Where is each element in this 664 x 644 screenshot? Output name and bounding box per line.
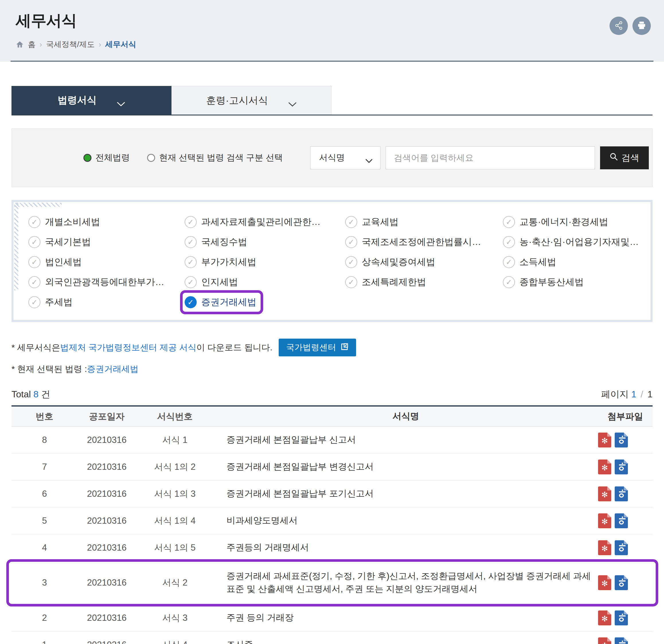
law-checkbox-item[interactable]: ✓소득세법 bbox=[503, 256, 556, 269]
search-scope-radio-group: 전체법령 현재 선택된 법령 검색 구분 선택 bbox=[83, 152, 283, 164]
law-checkbox-item[interactable]: ✓국세징수법 bbox=[185, 236, 247, 249]
law-checkbox-item[interactable]: ✓국제조세조정에관한법률시… bbox=[345, 236, 481, 249]
pdf-file-icon[interactable]: ✻ bbox=[598, 638, 611, 644]
check-circle-icon: ✓ bbox=[185, 276, 197, 288]
law-checkbox-item[interactable]: ✓부가가치세법 bbox=[185, 256, 256, 269]
radio-current-law[interactable]: 현재 선택된 법령 검색 구분 선택 bbox=[147, 152, 283, 164]
cell-attachments: ✻ bbox=[598, 487, 652, 501]
page-current[interactable]: 1 bbox=[631, 389, 637, 399]
print-icon bbox=[637, 20, 647, 31]
breadcrumb: 홈 › 국세정책/제도 › 세무서식 bbox=[16, 39, 652, 49]
forms-table: 번호 공포일자 서식번호 서식명 첨부파일 820210316서식 1증권거래세… bbox=[12, 405, 652, 644]
total-count-value: 8 bbox=[33, 389, 38, 399]
law-checkbox-item[interactable]: ✓외국인관광객등에대한부가… bbox=[28, 276, 164, 288]
law-checkbox-item[interactable]: ✓상속세및증여세법 bbox=[345, 256, 435, 269]
pdf-file-icon[interactable]: ✻ bbox=[598, 540, 611, 555]
note-link-law-center[interactable]: 법제처 국가법령정보센터 제공 서식 bbox=[60, 342, 196, 353]
national-law-center-button[interactable]: 국가법령센터 bbox=[279, 339, 356, 357]
tab-law-forms[interactable]: 법령서식 bbox=[12, 86, 171, 114]
cell-form-name: 증권거래세 본점일괄납부 변경신고서 bbox=[213, 460, 598, 473]
law-checkbox-item[interactable]: ✓교육세법 bbox=[345, 216, 398, 228]
hwp-file-icon[interactable] bbox=[615, 459, 628, 474]
pdf-file-icon[interactable]: ✻ bbox=[598, 610, 611, 625]
search-input[interactable] bbox=[386, 146, 595, 169]
hwp-file-icon[interactable] bbox=[615, 610, 628, 625]
pdf-file-icon[interactable]: ✻ bbox=[598, 433, 611, 448]
pdf-glyph-icon: ✻ bbox=[602, 544, 608, 553]
law-label: 종합부동산세법 bbox=[519, 276, 584, 288]
external-link-icon bbox=[340, 343, 349, 353]
pdf-file-icon[interactable]: ✻ bbox=[598, 513, 611, 528]
law-checkbox-item[interactable]: ✓주세법 bbox=[28, 296, 72, 308]
breadcrumb-home[interactable]: 홈 bbox=[28, 39, 36, 49]
table-row: 720210316서식 1의 2증권거래세 본점일괄납부 변경신고서✻ bbox=[12, 453, 652, 480]
radio-all-laws[interactable]: 전체법령 bbox=[83, 152, 130, 164]
hwp-glyph-icon bbox=[619, 582, 624, 587]
pdf-file-icon[interactable]: ✻ bbox=[598, 459, 611, 474]
law-label: 증권거래세법 bbox=[201, 296, 256, 308]
home-icon[interactable] bbox=[16, 41, 24, 48]
note-text: * 세무서식은 bbox=[12, 342, 60, 353]
hwp-file-icon[interactable] bbox=[615, 513, 628, 528]
table-row: 220210316서식 3주권 등의 거래장✻ bbox=[12, 604, 652, 631]
hwp-file-icon[interactable] bbox=[615, 638, 628, 644]
search-button[interactable]: 검색 bbox=[600, 146, 649, 169]
hwp-glyph-icon bbox=[619, 439, 624, 444]
pagination: 페이지 1 / 1 bbox=[601, 388, 652, 401]
law-checkbox-item[interactable]: ✓법인세법 bbox=[28, 256, 82, 269]
cell-no: 2 bbox=[12, 613, 77, 623]
note-text: * 현재 선택된 법령 : bbox=[12, 363, 87, 375]
pdf-glyph-icon: ✻ bbox=[602, 614, 608, 623]
law-checkbox-item[interactable]: ✓조세특례제한법 bbox=[345, 276, 426, 288]
cell-date: 20210316 bbox=[77, 462, 136, 472]
table-row: 620210316서식 1의 3증권거래세 본점일괄납부 포기신고서✻ bbox=[12, 480, 652, 507]
breadcrumb-level1[interactable]: 국세정책/제도 bbox=[46, 39, 95, 49]
hwp-file-icon[interactable] bbox=[615, 575, 628, 590]
cell-form-no: 서식 1의 5 bbox=[136, 542, 213, 554]
law-checkbox-item[interactable]: ✓개별소비세법 bbox=[28, 216, 100, 228]
pdf-file-icon[interactable]: ✻ bbox=[598, 487, 611, 501]
hwp-glyph-icon bbox=[619, 520, 624, 524]
law-label: 부가가치세법 bbox=[201, 256, 256, 269]
notes: * 세무서식은 법제처 국가법령정보센터 제공 서식 이 다운로드 됩니다. 국… bbox=[12, 339, 652, 375]
print-button[interactable] bbox=[632, 17, 651, 35]
pdf-glyph-icon: ✻ bbox=[602, 490, 608, 499]
search-field-select[interactable]: 서식명 bbox=[310, 146, 380, 169]
pdf-glyph-icon: ✻ bbox=[602, 641, 608, 644]
law-label: 농·축산·임·어업용기자재및… bbox=[519, 236, 639, 249]
cell-form-no: 서식 1 bbox=[136, 434, 213, 446]
cell-form-name: 증권거래세 과세표준(정기, 수정, 기한 후)신고서, 조정환급명세서, 사업… bbox=[213, 570, 598, 596]
hwp-file-icon[interactable] bbox=[615, 433, 628, 448]
tab-label: 훈령·고시서식 bbox=[206, 94, 268, 107]
chevron-down-icon bbox=[365, 155, 373, 160]
law-checkbox-item-selected[interactable]: ✓증권거래세법 bbox=[185, 296, 256, 308]
cell-form-no: 서식 3 bbox=[136, 612, 213, 624]
law-checkbox-item[interactable]: ✓과세자료제출및관리에관한… bbox=[185, 216, 320, 228]
check-circle-icon: ✓ bbox=[503, 256, 515, 268]
header-date: 공포일자 bbox=[77, 410, 136, 423]
tab-directive-notice-forms[interactable]: 훈령·고시서식 bbox=[171, 86, 331, 114]
law-checkbox-item[interactable]: ✓인지세법 bbox=[185, 276, 238, 288]
law-label: 교육세법 bbox=[362, 216, 398, 228]
note-text: 이 다운로드 됩니다. bbox=[196, 342, 272, 353]
cell-date: 20210316 bbox=[77, 516, 136, 526]
current-law-link[interactable]: 증권거래세법 bbox=[87, 363, 139, 375]
header-no: 번호 bbox=[12, 410, 77, 423]
cell-attachments: ✻ bbox=[598, 433, 652, 448]
law-checkbox-item[interactable]: ✓종합부동산세법 bbox=[503, 276, 584, 288]
cell-no: 8 bbox=[12, 435, 77, 445]
total-count: Total 8 건 bbox=[12, 388, 50, 401]
page-title: 세무서식 bbox=[16, 10, 652, 31]
page-separator: / bbox=[639, 389, 645, 399]
check-circle-icon: ✓ bbox=[28, 216, 40, 228]
hwp-file-icon[interactable] bbox=[615, 540, 628, 555]
cell-attachments: ✻ bbox=[598, 459, 652, 474]
check-circle-icon: ✓ bbox=[345, 276, 357, 288]
cell-attachments: ✻ bbox=[598, 575, 652, 590]
hwp-file-icon[interactable] bbox=[615, 487, 628, 501]
law-checkbox-item[interactable]: ✓교통·에너지·환경세법 bbox=[503, 216, 608, 228]
share-button[interactable] bbox=[609, 17, 628, 35]
law-checkbox-item[interactable]: ✓농·축산·임·어업용기자재및… bbox=[503, 236, 639, 249]
pdf-file-icon[interactable]: ✻ bbox=[598, 575, 611, 590]
law-checkbox-item[interactable]: ✓국세기본법 bbox=[28, 236, 91, 249]
